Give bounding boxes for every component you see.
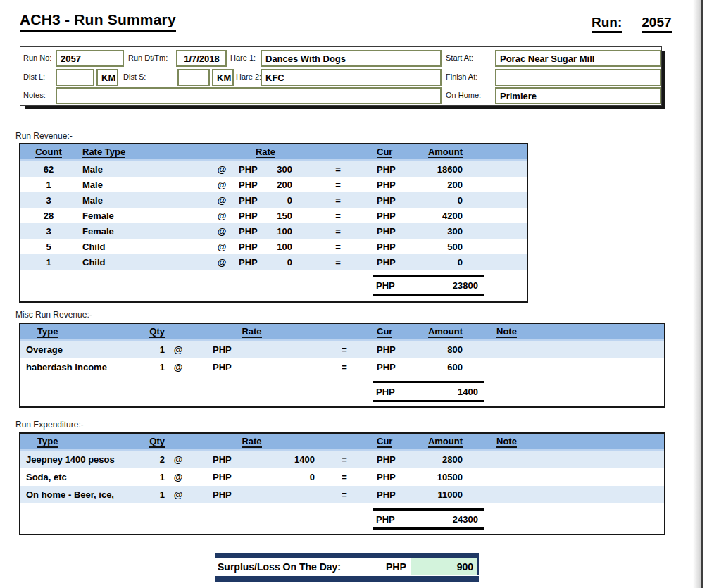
at-sign: @ [211, 211, 233, 221]
surplus-cur: PHP [386, 561, 411, 573]
table-row: Jeepney 1400 pesos2@PHP1400=PHP2800 [20, 451, 664, 468]
misc-revenue-header-row: Type Qty Rate Cur Amount Note [20, 324, 664, 341]
amount-cell: 300 [411, 226, 464, 237]
at-sign: @ [211, 257, 233, 268]
amount-cell: 10500 [411, 472, 464, 482]
amount-cell: 18600 [411, 164, 464, 175]
count-cell: 62 [20, 164, 77, 175]
total-amount: 24300 [453, 514, 478, 525]
run-no-label: Run No: [23, 54, 51, 62]
type-header: Type [20, 436, 144, 446]
at-sign: @ [168, 454, 189, 465]
equals-sign: = [329, 362, 360, 373]
rate-type-header: Rate Type [77, 146, 211, 157]
cur-cell: PHP [375, 226, 411, 237]
expenditure-table: Type Qty Rate Cur Amount Note Jeepney 14… [19, 432, 665, 535]
run-number: 2057 [642, 15, 671, 33]
equals-sign: = [329, 489, 360, 500]
run-header-form: Run No: 2057 Run Dt/Tm: 1/7/2018 Hare 1:… [20, 46, 662, 106]
run-no-field[interactable]: 2057 [56, 50, 124, 67]
at-sign: @ [211, 242, 233, 252]
rate-header: Rate [189, 326, 315, 337]
type-cell: On home - Beer, ice, [20, 489, 144, 500]
cur-cell: PHP [375, 242, 411, 252]
amount-cell: 2800 [411, 454, 464, 465]
type-header: Type [20, 326, 144, 337]
table-row: 5Child@PHP100=PHP500 [20, 239, 527, 254]
count-header: Count [20, 146, 77, 157]
rate-cur-cell: PHP [189, 454, 234, 465]
total-cur: PHP [376, 280, 395, 291]
amount-header: Amount [411, 326, 464, 337]
hare2-field[interactable]: KFC [261, 69, 442, 86]
expenditure-section-label: Run Expenditure:- [15, 420, 84, 430]
hare1-label: Hare 1: [230, 54, 256, 62]
table-row: 3Male@PHP0=PHP0 [20, 192, 527, 208]
rate-cell: 1400 [234, 454, 315, 465]
amount-header: Amount [411, 146, 464, 157]
count-cell: 1 [20, 180, 77, 190]
finish-at-field[interactable] [495, 69, 661, 86]
misc-revenue-table: Type Qty Rate Cur Amount Note Overage1@P… [19, 323, 665, 408]
start-at-field[interactable]: Porac Near Sugar Mill [495, 50, 661, 67]
dist-s-field[interactable] [177, 69, 210, 86]
finish-at-label: Finish At: [446, 73, 477, 81]
surplus-row: Surplus/Loss On The Day: PHP 900 [215, 558, 479, 575]
header-row-3: Notes: On Home: Primiere [20, 87, 661, 106]
rate-cur-cell: PHP [189, 472, 234, 482]
table-row: 28Female@PHP150=PHP4200 [20, 208, 527, 223]
at-sign: @ [168, 362, 189, 373]
count-cell: 5 [20, 242, 77, 252]
rate-cell: 0 [265, 195, 292, 206]
rate-type-cell: Male [77, 164, 211, 175]
run-revenue-table: Count Rate Type Rate Cur Amount 62Male@P… [19, 143, 528, 303]
rate-cell: 0 [265, 257, 292, 268]
rate-cell: 200 [265, 180, 292, 190]
rate-cell: 0 [234, 472, 315, 482]
run-revenue-header-row: Count Rate Type Rate Cur Amount [20, 144, 527, 161]
total-amount: 23800 [453, 280, 478, 291]
qty-header: Qty [144, 326, 168, 337]
rate-cur-cell: PHP [233, 242, 265, 252]
hare1-field[interactable]: Dances With Dogs [261, 50, 442, 67]
cur-header: Cur [375, 146, 411, 157]
header-row-1: Run No: 2057 Run Dt/Tm: 1/7/2018 Hare 1:… [20, 50, 661, 68]
cur-header: Cur [375, 436, 411, 446]
rate-header: Rate [189, 436, 315, 446]
at-sign: @ [211, 226, 233, 237]
hare2-label: Hare 2: [236, 73, 261, 81]
rate-cur-cell: PHP [233, 180, 265, 190]
misc-revenue-total: PHP 1400 [20, 376, 664, 406]
count-cell: 1 [20, 257, 77, 268]
amount-cell: 200 [411, 180, 464, 190]
cur-header: Cur [375, 326, 411, 337]
on-home-field[interactable]: Primiere [495, 87, 661, 104]
run-dttm-field[interactable]: 1/7/2018 [176, 50, 227, 67]
count-cell: 3 [20, 226, 77, 237]
dist-l-field[interactable] [56, 69, 94, 86]
km-unit-1: KM [96, 69, 118, 86]
surplus-amount: 900 [411, 558, 477, 575]
amount-cell: 600 [411, 362, 464, 373]
type-cell: haberdash income [20, 362, 144, 373]
equals-sign: = [329, 344, 360, 355]
rate-cell: 150 [265, 211, 292, 221]
amount-cell: 11000 [411, 489, 464, 500]
amount-cell: 0 [411, 257, 464, 268]
surplus-bar: Surplus/Loss On The Day: PHP 900 [215, 553, 479, 582]
equals-sign: = [329, 472, 360, 482]
rate-cur-cell: PHP [189, 489, 234, 500]
qty-cell: 1 [144, 344, 168, 355]
qty-cell: 1 [144, 362, 168, 373]
rate-type-cell: Female [77, 226, 211, 237]
cur-cell: PHP [375, 472, 411, 482]
table-row: 3Female@PHP100=PHP300 [20, 223, 527, 239]
table-row: 1Child@PHP0=PHP0 [20, 254, 527, 270]
amount-cell: 800 [411, 344, 464, 355]
notes-field[interactable] [56, 87, 442, 104]
note-header: Note [464, 326, 664, 337]
expenditure-total: PHP 24300 [20, 503, 664, 534]
total-amount: 1400 [458, 387, 478, 397]
rate-cur-cell: PHP [233, 226, 265, 237]
type-cell: Soda, etc [20, 472, 144, 482]
